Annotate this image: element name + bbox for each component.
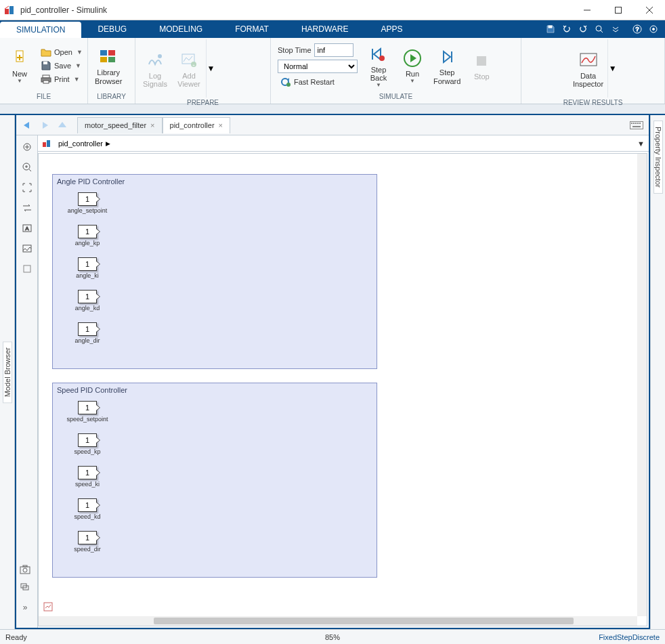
inport-block[interactable]: 1angle_kp xyxy=(64,225,111,246)
horizontal-scrollbar[interactable] xyxy=(39,616,637,626)
inport-block[interactable]: 1angle_ki xyxy=(64,257,111,279)
file-tab-pid-controller[interactable]: pid_controller× xyxy=(163,117,230,133)
svg-rect-20 xyxy=(100,50,107,56)
help-icon[interactable]: ? xyxy=(630,22,645,37)
port-label: angle_ki xyxy=(76,272,99,279)
search-icon[interactable] xyxy=(592,22,607,37)
close-button[interactable] xyxy=(634,0,665,20)
port-number: 1 xyxy=(78,225,97,238)
review-dropdown[interactable]: ▼ xyxy=(607,39,617,98)
file-tab-motor-speed-filter[interactable]: motor_speed_filter× xyxy=(77,117,163,133)
area-icon[interactable] xyxy=(20,261,35,276)
property-inspector-toggle[interactable]: Property Inspector xyxy=(653,121,663,194)
area-box[interactable]: Speed PID Controller1speed_setpoint1spee… xyxy=(52,383,377,578)
save-icon[interactable] xyxy=(543,22,558,37)
svg-point-24 xyxy=(158,54,162,58)
tab-hardware[interactable]: HARDWARE xyxy=(285,20,365,38)
inport-block[interactable]: 1speed_kp xyxy=(64,433,111,455)
undo-icon[interactable] xyxy=(559,22,574,37)
tab-apps[interactable]: APPS xyxy=(365,20,419,38)
tab-format[interactable]: FORMAT xyxy=(219,20,285,38)
target-icon[interactable] xyxy=(646,22,661,37)
port-label: angle_setpoint xyxy=(68,207,108,214)
collapse-icon[interactable]: » xyxy=(18,601,33,614)
keyboard-icon[interactable] xyxy=(628,117,645,133)
log-signals-button[interactable]: Log Signals xyxy=(138,47,172,89)
inport-block[interactable]: 1speed_dir xyxy=(64,531,111,553)
prepare-dropdown[interactable]: ▼ xyxy=(206,39,215,98)
nav-back-icon[interactable] xyxy=(19,117,35,133)
redo-icon[interactable] xyxy=(576,22,591,37)
chevron-down-icon[interactable]: ▼ xyxy=(637,139,645,148)
close-icon[interactable]: × xyxy=(150,121,154,129)
vertical-scrollbar[interactable] xyxy=(637,154,647,616)
sim-mode-select[interactable]: Normal xyxy=(278,60,358,73)
svg-rect-41 xyxy=(639,123,641,124)
annotation-icon[interactable]: A xyxy=(20,221,35,236)
stop-time-input[interactable] xyxy=(314,43,353,57)
print-button[interactable]: Print▼ xyxy=(38,73,85,85)
fit-to-screen-icon[interactable] xyxy=(20,180,35,195)
inport-block[interactable]: 1angle_setpoint xyxy=(64,192,111,214)
add-viewer-button[interactable]: + Add Viewer xyxy=(172,47,206,89)
inport-block[interactable]: 1speed_ki xyxy=(64,466,111,488)
breadcrumb[interactable]: pid_controller ▶ ▼ xyxy=(56,139,649,148)
port-label: speed_setpoint xyxy=(66,416,108,423)
port-number: 1 xyxy=(78,498,97,512)
close-icon[interactable]: × xyxy=(219,121,223,129)
tab-modeling[interactable]: MODELING xyxy=(143,20,219,38)
nav-forward-icon[interactable] xyxy=(37,117,53,133)
run-button[interactable]: Run ▼ xyxy=(395,45,429,85)
new-button[interactable]: New ▼ xyxy=(3,45,37,85)
swap-icon[interactable] xyxy=(20,200,35,215)
inport-block[interactable]: 1speed_setpoint xyxy=(64,401,111,423)
save-button[interactable]: Save▼ xyxy=(38,60,85,72)
open-button[interactable]: Open▼ xyxy=(38,46,85,58)
tab-debug[interactable]: DEBUG xyxy=(81,20,143,38)
svg-rect-23 xyxy=(108,57,115,62)
data-inspector-button[interactable]: Data Inspector xyxy=(569,47,607,89)
port-number: 1 xyxy=(78,433,97,447)
app-icon xyxy=(0,5,19,16)
canvas[interactable]: Angle PID Controller1angle_setpoint1angl… xyxy=(38,153,647,626)
area-box[interactable]: Angle PID Controller1angle_setpoint1angl… xyxy=(52,174,377,369)
fast-restart-button[interactable]: Fast Restart xyxy=(278,76,358,88)
step-forward-button[interactable]: Step Forward xyxy=(429,44,465,86)
inport-block[interactable]: 1angle_kd xyxy=(64,290,111,312)
svg-rect-19 xyxy=(43,81,49,83)
inport-block[interactable]: 1speed_kd xyxy=(64,498,111,520)
model-browser-panel: Model Browser xyxy=(0,115,15,629)
minimize-button[interactable] xyxy=(572,0,603,20)
inport-block[interactable]: 1angle_dir xyxy=(64,322,111,344)
svg-rect-0 xyxy=(5,9,9,14)
port-label: speed_ki xyxy=(75,481,100,488)
ribbon-toolbar: New ▼ Open▼ Save▼ Print▼ FILE Library Br… xyxy=(0,38,665,104)
property-inspector-panel: Property Inspector xyxy=(650,115,665,629)
svg-point-12 xyxy=(653,28,655,30)
expand-icon[interactable] xyxy=(608,22,623,37)
layers-icon[interactable] xyxy=(18,580,33,594)
maximize-button[interactable] xyxy=(603,0,634,20)
svg-rect-17 xyxy=(43,75,49,78)
svg-rect-22 xyxy=(100,57,107,62)
model-browser-toggle[interactable]: Model Browser xyxy=(3,341,12,403)
library-browser-button[interactable]: Library Browser xyxy=(91,44,126,86)
stop-button[interactable]: Stop xyxy=(465,48,498,82)
fit-view-icon[interactable] xyxy=(20,139,35,154)
port-number: 1 xyxy=(78,322,97,336)
nav-up-icon[interactable] xyxy=(54,117,70,133)
zoom-in-icon[interactable] xyxy=(20,160,35,175)
camera-icon[interactable] xyxy=(18,563,33,576)
area-title: Speed PID Controller xyxy=(57,386,372,394)
tab-simulation[interactable]: SIMULATION xyxy=(0,22,81,38)
svg-text:A: A xyxy=(25,226,29,232)
status-solver[interactable]: FixedStepDiscrete xyxy=(599,633,660,641)
svg-text:+: + xyxy=(192,63,195,67)
svg-point-53 xyxy=(23,568,27,572)
port-number: 1 xyxy=(78,531,97,544)
step-back-button[interactable]: Step Back ▼ xyxy=(362,41,395,89)
port-number: 1 xyxy=(78,466,97,479)
image-icon[interactable] xyxy=(20,241,35,256)
diagnostic-icon[interactable] xyxy=(43,601,53,612)
status-zoom[interactable]: 85% xyxy=(325,633,340,641)
